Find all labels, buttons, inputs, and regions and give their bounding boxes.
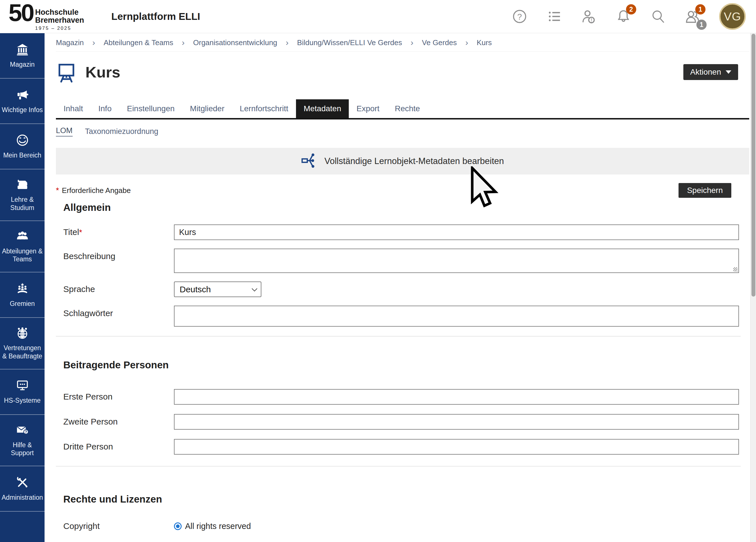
svg-text:?: ? — [517, 12, 522, 21]
breadcrumb-separator: › — [92, 38, 95, 47]
svg-text:?: ? — [25, 430, 27, 434]
form-row-dritte-person: Dritte Person — [63, 439, 749, 455]
sidebar-item-label: Hilfe & Support — [2, 441, 43, 457]
subtab-lom[interactable]: LOM — [56, 126, 73, 136]
people-icon — [16, 230, 29, 244]
actions-button[interactable]: Aktionen — [683, 64, 738, 80]
resize-handle[interactable] — [733, 267, 738, 272]
form-row-erste-person: Erste Person — [63, 389, 749, 405]
form-row-zweite-person: Zweite Person — [63, 414, 749, 430]
sidebar-item-vertretungen-beauftragte[interactable]: Vertretungen & Beauftragte — [0, 318, 45, 369]
contacts-icon[interactable]: 1 1 — [684, 8, 701, 25]
breadcrumb-separator: › — [182, 38, 185, 47]
scrollbar-track[interactable] — [750, 33, 756, 542]
titel-input[interactable] — [174, 224, 739, 240]
subtab-taxonomiezuordnung[interactable]: Taxonomiezuordnung — [85, 127, 158, 136]
tab-rechte[interactable]: Rechte — [387, 99, 428, 118]
copyright-radio[interactable] — [174, 522, 182, 530]
help-icon[interactable]: ? — [511, 8, 528, 25]
sprache-selected-value: Deutsch — [180, 285, 211, 294]
metadata-node-icon — [301, 152, 318, 170]
sprache-select[interactable]: Deutsch — [174, 281, 261, 297]
dritte-person-label: Dritte Person — [63, 439, 174, 451]
contacts-badge-top: 1 — [695, 4, 705, 14]
logo-years: 1975 – 2025 — [35, 26, 84, 31]
save-button[interactable]: Speichern — [679, 183, 731, 198]
breadcrumb-link[interactable]: Abteilungen & Teams — [104, 38, 173, 47]
page-header: Kurs Aktionen — [56, 61, 749, 83]
logo-50: 50 — [9, 2, 33, 24]
caret-down-icon — [726, 70, 731, 74]
tab-bar: Inhalt Info Einstellungen Mitglieder Ler… — [56, 99, 749, 119]
breadcrumb-current[interactable]: Kurs — [477, 38, 492, 47]
notifications-bell-icon[interactable]: 2 — [615, 8, 632, 25]
subtab-bar: LOM Taxonomiezuordnung — [56, 126, 749, 136]
sidebar-item-hilfe-support[interactable]: ? Hilfe & Support — [0, 415, 45, 467]
sidebar-item-label: Magazin — [10, 60, 35, 69]
beschreibung-label: Beschreibung — [63, 249, 174, 261]
chevron-down-icon — [252, 286, 257, 291]
search-icon[interactable] — [650, 8, 666, 25]
bullet-list-icon[interactable] — [546, 8, 562, 25]
books-icon — [16, 178, 29, 192]
sidebar-item-label: HS-Systeme — [4, 396, 41, 405]
copyright-label: Copyright — [63, 521, 174, 531]
form-row-beschreibung: Beschreibung — [63, 249, 749, 273]
edit-full-metadata-banner[interactable]: Vollständige Lernobjekt-Metadaten bearbe… — [56, 148, 749, 175]
breadcrumb-link[interactable]: Magazin — [56, 38, 84, 47]
banner-label: Vollständige Lernobjekt-Metadaten bearbe… — [324, 156, 504, 166]
svg-text:!: ! — [591, 17, 592, 23]
sidebar-item-label: Gremien — [10, 300, 35, 308]
zweite-person-input[interactable] — [174, 414, 739, 430]
tab-inhalt[interactable]: Inhalt — [56, 99, 91, 118]
erste-person-input[interactable] — [174, 389, 739, 405]
sidebar-item-lehre-studium[interactable]: Lehre & Studium — [0, 169, 45, 221]
form-row-copyright: Copyright All rights reserved — [63, 521, 749, 531]
megaphone-icon — [16, 88, 29, 102]
form-row-sprache: Sprache Deutsch — [63, 281, 749, 297]
sidebar-item-label: Wichtige Infos — [2, 106, 43, 114]
required-asterisk: * — [56, 186, 59, 195]
user-status-icon[interactable]: ! — [581, 8, 597, 25]
section-heading-allgemein: Allgemein — [63, 202, 749, 213]
tab-mitglieder[interactable]: Mitglieder — [182, 99, 232, 118]
section-heading-rechte: Rechte und Lizenzen — [63, 493, 749, 505]
beschreibung-textarea[interactable] — [174, 249, 739, 273]
zweite-person-label: Zweite Person — [63, 414, 174, 427]
schlagwoerter-input[interactable] — [174, 306, 739, 327]
sidebar-item-label: Abteilungen & Teams — [2, 247, 43, 264]
tab-einstellungen[interactable]: Einstellungen — [119, 99, 182, 118]
scrollbar-thumb[interactable] — [751, 34, 755, 297]
dritte-person-input[interactable] — [174, 439, 739, 455]
sidebar-item-wichtige-infos[interactable]: Wichtige Infos — [0, 79, 45, 124]
smiley-icon — [16, 134, 29, 148]
section-heading-beitragende: Beitragende Personen — [63, 359, 749, 371]
bell-badge: 2 — [626, 4, 636, 14]
tools-icon — [16, 476, 29, 490]
section-divider — [56, 466, 741, 467]
sidebar-item-hs-systeme[interactable]: HS-Systeme — [0, 369, 45, 415]
tab-lernfortschritt[interactable]: Lernfortschritt — [232, 99, 296, 118]
sidebar-item-abteilungen-teams[interactable]: Abteilungen & Teams — [0, 221, 45, 273]
tab-info[interactable]: Info — [91, 99, 119, 118]
sidebar-item-gremien[interactable]: Gremien — [0, 272, 45, 318]
monitor-icon — [16, 379, 29, 393]
sidebar-item-label: Administration — [2, 493, 43, 502]
user-avatar[interactable]: VG — [719, 3, 746, 30]
mail-question-icon: ? — [16, 423, 29, 438]
required-note: *Erforderliche Angabe — [56, 186, 131, 195]
globe-people-icon — [16, 326, 29, 341]
breadcrumb: Magazin › Abteilungen & Teams › Organisa… — [56, 33, 749, 52]
breadcrumb-link[interactable]: Organisationsentwicklung — [193, 38, 277, 47]
sidebar-item-label: Vertretungen & Beauftragte — [2, 344, 43, 360]
breadcrumb-link[interactable]: Bildung/Wissen/ELLI Ve Gerdes — [297, 38, 402, 47]
breadcrumb-link[interactable]: Ve Gerdes — [422, 38, 457, 47]
sidebar-item-administration[interactable]: Administration — [0, 466, 45, 512]
top-header: 50 Hochschule Bremerhaven 1975 – 2025 Le… — [0, 0, 756, 33]
schlagwoerter-label: Schlagwörter — [63, 306, 174, 318]
tab-export[interactable]: Export — [349, 99, 387, 118]
sidebar-item-magazin[interactable]: Magazin — [0, 33, 45, 79]
tab-metadaten[interactable]: Metadaten — [296, 99, 349, 118]
sidebar-item-mein-bereich[interactable]: Mein Bereich — [0, 124, 45, 169]
app-window: 50 Hochschule Bremerhaven 1975 – 2025 Le… — [0, 0, 756, 542]
